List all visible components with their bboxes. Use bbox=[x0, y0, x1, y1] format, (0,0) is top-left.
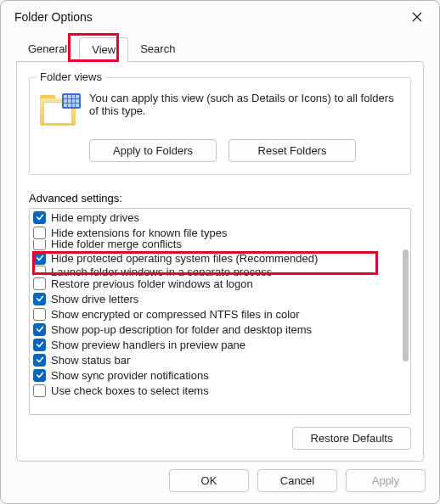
list-item[interactable]: Show status bar bbox=[31, 352, 397, 367]
checkbox[interactable] bbox=[33, 354, 46, 367]
checkbox[interactable] bbox=[33, 240, 46, 250]
checkbox[interactable] bbox=[33, 211, 46, 224]
checkbox[interactable] bbox=[33, 339, 46, 351]
list-item[interactable]: Launch folder windows in a separate proc… bbox=[31, 266, 397, 276]
folder-views-icon bbox=[40, 95, 79, 131]
list-item-label: Show sync provider notifications bbox=[51, 369, 209, 382]
advanced-settings-list[interactable]: Hide empty drivesHide extensions for kno… bbox=[29, 208, 411, 415]
dialog-footer: OK Cancel Apply bbox=[1, 464, 439, 503]
checkbox[interactable] bbox=[33, 308, 46, 321]
list-item[interactable]: Hide protected operating system files (R… bbox=[31, 250, 397, 266]
list-item[interactable]: Hide empty drives bbox=[31, 210, 397, 225]
list-item[interactable]: Show pop-up description for folder and d… bbox=[31, 322, 397, 337]
list-item-label: Show status bar bbox=[51, 354, 130, 367]
scrollbar-thumb[interactable] bbox=[403, 249, 409, 361]
folder-views-desc: You can apply this view (such as Details… bbox=[89, 92, 400, 117]
list-item-label: Restore previous folder windows at logon bbox=[51, 277, 253, 290]
checkbox[interactable] bbox=[33, 384, 46, 397]
checkbox[interactable] bbox=[33, 227, 46, 239]
list-item-label: Use check boxes to select items bbox=[51, 384, 209, 397]
view-panel: Folder views You can apply this view (su… bbox=[16, 61, 424, 462]
tab-general[interactable]: General bbox=[16, 37, 79, 62]
list-item[interactable]: Hide extensions for known file types bbox=[31, 225, 397, 240]
list-item-label: Show drive letters bbox=[51, 293, 138, 305]
titlebar: Folder Options bbox=[1, 1, 439, 33]
close-button[interactable] bbox=[403, 5, 431, 29]
list-item[interactable]: Restore previous folder windows at logon bbox=[31, 276, 397, 291]
list-item[interactable]: Show drive letters bbox=[31, 291, 397, 306]
tab-search[interactable]: Search bbox=[128, 37, 187, 62]
list-item[interactable]: Hide folder merge conflicts bbox=[31, 240, 397, 250]
apply-to-folders-button[interactable]: Apply to Folders bbox=[89, 139, 217, 162]
scrollbar[interactable] bbox=[403, 214, 409, 409]
tab-strip: General View Search bbox=[1, 33, 439, 61]
list-item-label: Hide empty drives bbox=[51, 211, 139, 224]
list-item[interactable]: Use check boxes to select items bbox=[31, 383, 397, 398]
list-item-label: Launch folder windows in a separate proc… bbox=[51, 266, 272, 276]
list-item-label: Hide folder merge conflicts bbox=[51, 240, 182, 250]
checkbox[interactable] bbox=[33, 252, 46, 265]
list-item-label: Hide extensions for known file types bbox=[51, 227, 227, 239]
list-item-label: Show pop-up description for folder and d… bbox=[51, 323, 312, 336]
folder-views-group: Folder views You can apply this view (su… bbox=[29, 77, 411, 175]
checkbox[interactable] bbox=[33, 266, 46, 276]
window-title: Folder Options bbox=[14, 10, 403, 24]
list-item[interactable]: Show encrypted or compressed NTFS files … bbox=[31, 306, 397, 322]
reset-folders-button[interactable]: Reset Folders bbox=[228, 139, 356, 162]
tab-view[interactable]: View bbox=[79, 37, 128, 62]
list-item-label: Show encrypted or compressed NTFS files … bbox=[51, 308, 300, 321]
checkbox[interactable] bbox=[33, 277, 46, 290]
folder-views-legend: Folder views bbox=[37, 70, 105, 83]
checkbox[interactable] bbox=[33, 293, 46, 305]
cancel-button[interactable]: Cancel bbox=[257, 469, 337, 492]
folder-options-window: Folder Options General View Search Folde… bbox=[0, 0, 440, 504]
list-item[interactable]: Show sync provider notifications bbox=[31, 367, 397, 383]
advanced-settings-label: Advanced settings: bbox=[29, 192, 411, 204]
list-item-label: Hide protected operating system files (R… bbox=[51, 252, 318, 265]
restore-defaults-button[interactable]: Restore Defaults bbox=[292, 427, 411, 450]
ok-button[interactable]: OK bbox=[169, 469, 249, 492]
list-item[interactable]: Show preview handlers in preview pane bbox=[31, 337, 397, 352]
checkbox[interactable] bbox=[33, 369, 46, 382]
checkbox[interactable] bbox=[33, 323, 46, 336]
close-icon bbox=[412, 12, 422, 22]
apply-button[interactable]: Apply bbox=[346, 469, 426, 492]
list-item-label: Show preview handlers in preview pane bbox=[51, 339, 245, 351]
